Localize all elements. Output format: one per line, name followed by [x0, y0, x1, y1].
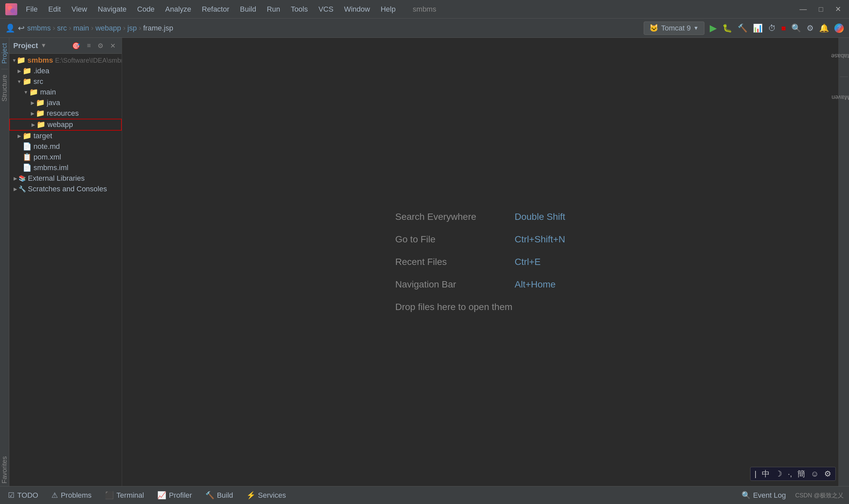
project-gutter-tab[interactable]: Project: [0, 40, 10, 66]
menu-build[interactable]: Build: [235, 4, 261, 15]
tree-external-libraries[interactable]: 📚 External Libraries: [9, 173, 122, 184]
menu-vcs[interactable]: VCS: [314, 4, 338, 15]
menu-code[interactable]: Code: [133, 4, 160, 15]
terminal-label: Terminal: [116, 491, 144, 500]
services-label: Services: [258, 491, 286, 500]
menu-refactor[interactable]: Refactor: [197, 4, 234, 15]
ime-settings-icon[interactable]: ⚙: [824, 469, 831, 479]
database-tab[interactable]: Database: [828, 51, 849, 61]
status-bar: ☑ TODO ⚠ Problems ⬛ Terminal 📈 Profiler …: [0, 486, 849, 504]
left-gutter: Project Structure Favorites: [0, 38, 9, 486]
main-content: Search Everywhere Double Shift Go to Fil…: [122, 38, 838, 486]
ime-toolbar: | 中 ☽ ·, 簡 ☺ ⚙: [750, 467, 836, 481]
search-everywhere-shortcut[interactable]: Double Shift: [515, 212, 565, 222]
problems-tab[interactable]: ⚠ Problems: [49, 490, 94, 501]
tree-target[interactable]: 📁 target: [9, 131, 122, 141]
status-right: 🔍 Event Log CSDN @极致之乂: [739, 490, 844, 501]
search-everywhere-label: Search Everywhere: [395, 212, 508, 222]
close-sidebar-btn[interactable]: ✕: [108, 41, 118, 50]
tree-root-smbms[interactable]: 📁 smbms E:\Software\IDEA\smbms: [9, 55, 122, 66]
breadcrumb-src[interactable]: src: [57, 24, 67, 33]
tree-scratches[interactable]: 🔧 Scratches and Consoles: [9, 184, 122, 194]
profile-icon[interactable]: 👤: [5, 23, 15, 33]
terminal-tab[interactable]: ⬛ Terminal: [102, 490, 147, 501]
recent-files-shortcut[interactable]: Ctrl+E: [515, 257, 541, 267]
profiler-label: Profiler: [169, 491, 192, 500]
settings-icon[interactable]: ⚙: [807, 23, 814, 33]
help-icon[interactable]: ?: [834, 23, 844, 33]
sidebar: Project ▼ 🎯 ≡ ⚙ ✕ 📁 smbms E:\Software\ID…: [9, 38, 122, 486]
breadcrumb-framejsp: frame.jsp: [143, 24, 173, 33]
event-log-btn[interactable]: 🔍 Event Log: [739, 490, 789, 501]
navbar-shortcut[interactable]: Alt+Home: [515, 279, 556, 290]
tree-src[interactable]: 📁 src: [9, 76, 122, 87]
options-btn[interactable]: ⚙: [95, 41, 106, 50]
right-panel: Database m Maven: [838, 38, 849, 486]
sep2: ›: [69, 24, 71, 33]
coverage-button[interactable]: 📊: [753, 23, 763, 33]
main-layout: Project Structure Favorites Project ▼ 🎯 …: [0, 38, 849, 486]
svg-point-1: [10, 8, 15, 13]
ime-moon[interactable]: ☽: [775, 469, 782, 479]
ime-comma[interactable]: ·,: [788, 469, 792, 479]
app-icon: [5, 3, 17, 15]
sidebar-title: Project: [13, 41, 38, 50]
stop-button[interactable]: ■: [781, 23, 786, 33]
tree-resources[interactable]: 📁 resources: [9, 108, 122, 119]
favorites-gutter-tab[interactable]: Favorites: [0, 454, 10, 486]
toolbar-right: 🐱 Tomcat 9 ▼ ▶ 🐛 🔨 📊 ⏱ ■ 🔍 ⚙ 🔔 ?: [644, 21, 844, 35]
todo-label: TODO: [17, 491, 38, 500]
tree-java[interactable]: 📁 java: [9, 97, 122, 108]
breadcrumb-webapp[interactable]: webapp: [95, 24, 121, 33]
profiler-tab[interactable]: 📈 Profiler: [155, 490, 195, 501]
breadcrumb-main[interactable]: main: [73, 24, 89, 33]
tree-smbms-iml[interactable]: 📄 smbms.iml: [9, 162, 122, 173]
locate-file-btn[interactable]: 🎯: [70, 41, 82, 50]
build-button[interactable]: 🔨: [738, 23, 747, 33]
menu-view[interactable]: View: [67, 4, 92, 15]
run-button[interactable]: ▶: [710, 22, 717, 34]
ime-smiley[interactable]: ☺: [811, 469, 819, 479]
tree-main[interactable]: 📁 main: [9, 87, 122, 97]
collapse-all-btn[interactable]: ≡: [85, 41, 93, 50]
profiler-icon: 📈: [157, 491, 166, 500]
sep1: ›: [53, 24, 55, 33]
services-icon: ⚡: [247, 491, 255, 500]
tomcat-dropdown-icon: ▼: [693, 25, 699, 31]
menu-help[interactable]: Help: [376, 4, 400, 15]
breadcrumb-jsp[interactable]: jsp: [127, 24, 137, 33]
ime-chinese[interactable]: 中: [762, 469, 770, 479]
structure-gutter-tab[interactable]: Structure: [0, 72, 10, 104]
menu-analyze[interactable]: Analyze: [161, 4, 196, 15]
menu-window[interactable]: Window: [339, 4, 375, 15]
close-button[interactable]: ✕: [832, 4, 844, 15]
menu-navigate[interactable]: Navigate: [93, 4, 131, 15]
build-tab[interactable]: 🔨 Build: [203, 490, 236, 501]
profile-run-button[interactable]: ⏱: [768, 23, 776, 33]
search-everywhere-icon[interactable]: 🔍: [791, 23, 801, 33]
tree-note-md[interactable]: 📄 note.md: [9, 141, 122, 152]
menu-run[interactable]: Run: [262, 4, 285, 15]
debug-button[interactable]: 🐛: [722, 23, 732, 33]
menu-tools[interactable]: Tools: [286, 4, 312, 15]
tree-pom-xml[interactable]: 📋 pom.xml: [9, 152, 122, 162]
back-icon[interactable]: ↩: [18, 23, 24, 33]
tree-idea[interactable]: 📁 .idea: [9, 66, 122, 76]
tree-webapp[interactable]: 📁 webapp: [9, 119, 122, 131]
window-controls: — □ ✕: [797, 4, 844, 15]
ime-traditional[interactable]: 簡: [797, 469, 805, 479]
menu-file[interactable]: File: [21, 4, 42, 15]
minimize-button[interactable]: —: [797, 4, 810, 15]
tomcat-button[interactable]: 🐱 Tomcat 9 ▼: [644, 21, 704, 35]
breadcrumb-smbms[interactable]: smbms: [27, 24, 51, 33]
menu-edit[interactable]: Edit: [43, 4, 65, 15]
problems-icon: ⚠: [51, 491, 58, 500]
services-tab[interactable]: ⚡ Services: [244, 490, 289, 501]
maximize-button[interactable]: □: [816, 4, 826, 15]
maven-tab[interactable]: m Maven: [829, 92, 849, 102]
goto-file-shortcut[interactable]: Ctrl+Shift+N: [515, 234, 565, 245]
notification-icon[interactable]: 🔔: [819, 23, 829, 33]
csdn-badge: CSDN @极致之乂: [795, 491, 844, 499]
problems-label: Problems: [61, 491, 92, 500]
todo-tab[interactable]: ☑ TODO: [5, 490, 41, 501]
